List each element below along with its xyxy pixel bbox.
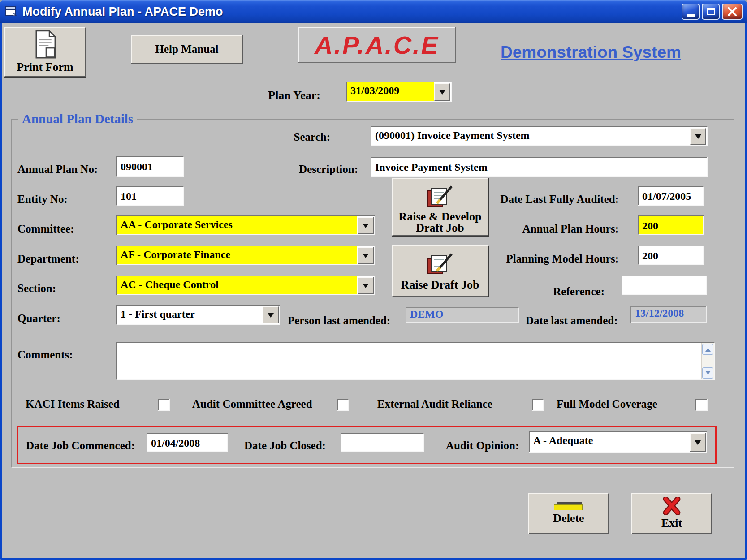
red-x-icon bbox=[661, 497, 682, 515]
comments-label: Comments: bbox=[17, 349, 73, 361]
delete-label: Delete bbox=[553, 512, 584, 525]
annual-plan-no-label: Annual Plan No: bbox=[17, 163, 98, 176]
scroll-down-icon[interactable] bbox=[702, 367, 713, 379]
planning-model-hours-label: Planning Model Hours: bbox=[477, 253, 619, 265]
chevron-down-icon[interactable] bbox=[358, 247, 374, 264]
department-label: Department: bbox=[17, 253, 79, 265]
description-input[interactable] bbox=[371, 157, 708, 177]
annual-plan-hours-label: Annual Plan Hours: bbox=[477, 223, 619, 235]
search-value: (090001) Invoice Payment System bbox=[371, 127, 690, 145]
raise-draft-label: Raise Draft Job bbox=[401, 278, 479, 292]
audit-opinion-label: Audit Opinion: bbox=[446, 439, 519, 452]
search-combobox[interactable]: (090001) Invoice Payment System bbox=[371, 126, 708, 146]
raise-draft-job-button[interactable]: Raise Draft Job bbox=[392, 245, 488, 297]
print-form-label: Print Form bbox=[17, 60, 73, 74]
audit-committee-agreed-label: Audit Committee Agreed bbox=[192, 398, 312, 410]
raise-develop-label-line2: Draft Job bbox=[416, 224, 464, 232]
form-icon bbox=[4, 6, 17, 17]
print-form-button[interactable]: Print Form bbox=[4, 27, 86, 77]
chevron-down-icon[interactable] bbox=[358, 217, 374, 234]
notebook-pen-icon bbox=[423, 250, 457, 276]
chevron-down-icon[interactable] bbox=[690, 433, 706, 452]
group-title: Annual Plan Details bbox=[18, 112, 137, 126]
reference-input[interactable] bbox=[622, 276, 707, 295]
annual-plan-hours-input[interactable] bbox=[638, 215, 704, 235]
quarter-value: 1 - First quarter bbox=[117, 306, 262, 324]
department-value: AF - Corporate Finance bbox=[117, 246, 357, 264]
full-model-coverage-label: Full Model Coverage bbox=[557, 398, 657, 410]
annual-plan-no-input[interactable] bbox=[116, 156, 184, 177]
date-job-closed-input[interactable] bbox=[341, 433, 424, 452]
apace-logo: A.P.A.C.E bbox=[298, 27, 456, 63]
section-value: AC - Cheque Control bbox=[117, 276, 357, 294]
date-last-amended-value: 13/12/2008 bbox=[630, 306, 707, 323]
reference-label: Reference: bbox=[477, 285, 605, 298]
audit-opinion-value: A - Adequate bbox=[530, 432, 689, 452]
person-last-amended-value: DEMO bbox=[406, 307, 519, 323]
raise-develop-draft-job-button[interactable]: Raise & Develop Draft Job bbox=[392, 178, 488, 236]
help-manual-label: Help Manual bbox=[155, 43, 219, 56]
person-last-amended-label: Person last amended: bbox=[288, 314, 390, 327]
notebook-pen-icon bbox=[423, 183, 457, 209]
plan-year-combobox[interactable]: 31/03/2009 bbox=[346, 82, 452, 102]
full-model-coverage-checkbox[interactable] bbox=[695, 399, 708, 411]
comments-scrollbar[interactable] bbox=[701, 343, 714, 379]
date-last-audited-input[interactable] bbox=[638, 186, 704, 206]
maximize-icon bbox=[707, 8, 715, 15]
chevron-down-icon[interactable] bbox=[434, 83, 450, 101]
scroll-up-icon[interactable] bbox=[702, 344, 713, 355]
titlebar: Modify Annual Plan - APACE Demo bbox=[0, 0, 747, 23]
date-last-audited-label: Date Last Fully Audited: bbox=[477, 193, 619, 206]
committee-label: Committee: bbox=[17, 223, 74, 235]
plan-year-label: Plan Year: bbox=[251, 89, 320, 102]
date-job-closed-label: Date Job Closed: bbox=[244, 439, 326, 452]
quarter-combobox[interactable]: 1 - First quarter bbox=[116, 305, 280, 325]
chevron-down-icon[interactable] bbox=[690, 128, 706, 145]
section-label: Section: bbox=[17, 282, 56, 295]
comments-input[interactable] bbox=[116, 342, 715, 380]
help-manual-button[interactable]: Help Manual bbox=[131, 35, 243, 64]
entity-no-label: Entity No: bbox=[17, 193, 68, 206]
date-last-amended-label: Date last amended: bbox=[526, 314, 618, 327]
audit-opinion-combobox[interactable]: A - Adequate bbox=[529, 431, 707, 453]
date-job-commenced-input[interactable] bbox=[147, 433, 228, 452]
apace-logo-text: A.P.A.C.E bbox=[315, 30, 439, 60]
delete-button[interactable]: Delete bbox=[528, 493, 609, 534]
document-icon bbox=[32, 30, 58, 59]
department-combobox[interactable]: AF - Corporate Finance bbox=[116, 246, 375, 265]
exit-button[interactable]: Exit bbox=[631, 493, 712, 534]
close-icon bbox=[727, 7, 737, 16]
minimize-button[interactable] bbox=[682, 4, 700, 20]
external-audit-reliance-label: External Audit Reliance bbox=[377, 398, 492, 410]
date-job-commenced-label: Date Job Commenced: bbox=[26, 439, 135, 452]
window-title: Modify Annual Plan - APACE Demo bbox=[22, 5, 682, 19]
search-label: Search: bbox=[271, 131, 330, 143]
committee-value: AA - Corporate Services bbox=[117, 216, 357, 234]
planning-model-hours-input[interactable] bbox=[638, 246, 704, 265]
audit-committee-agreed-checkbox[interactable] bbox=[337, 399, 349, 411]
chevron-down-icon[interactable] bbox=[263, 306, 279, 323]
form-content: Print Form Help Manual A.P.A.C.E Demonst… bbox=[2, 23, 745, 558]
plan-year-value: 31/03/2009 bbox=[347, 82, 434, 101]
app-window: Modify Annual Plan - APACE Demo bbox=[0, 0, 747, 560]
section-combobox[interactable]: AC - Cheque Control bbox=[116, 276, 375, 295]
quarter-label: Quarter: bbox=[17, 312, 60, 325]
yellow-dash-icon bbox=[554, 502, 583, 510]
exit-label: Exit bbox=[661, 517, 682, 530]
raise-develop-label-line1: Raise & Develop bbox=[399, 211, 482, 223]
description-label: Description: bbox=[289, 163, 358, 176]
chevron-down-icon[interactable] bbox=[358, 277, 374, 294]
close-button[interactable] bbox=[722, 4, 743, 20]
maximize-button[interactable] bbox=[702, 4, 720, 20]
minimize-icon bbox=[687, 14, 695, 17]
job-dates-box: Date Job Commenced: Date Job Closed: Aud… bbox=[17, 426, 717, 464]
external-audit-reliance-checkbox[interactable] bbox=[532, 399, 544, 411]
entity-no-input[interactable] bbox=[116, 186, 184, 206]
committee-combobox[interactable]: AA - Corporate Services bbox=[116, 215, 375, 235]
kaci-items-raised-checkbox[interactable] bbox=[158, 399, 170, 411]
demonstration-system-title: Demonstration System bbox=[501, 43, 681, 62]
kaci-items-raised-label: KACI Items Raised bbox=[26, 398, 120, 410]
